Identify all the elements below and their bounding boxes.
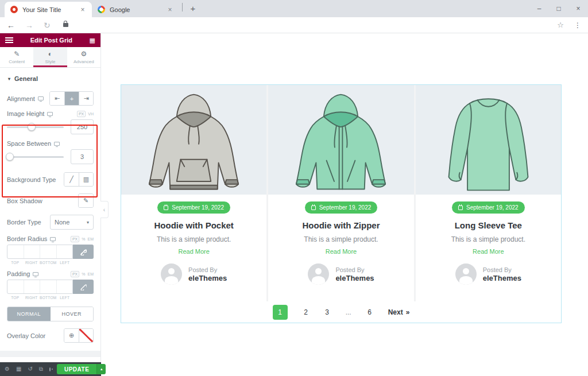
unit-px[interactable]: PX [77,111,86,117]
border-radius-top-input[interactable] [7,245,24,258]
browser-toolbar: ← → ↻ ☆ ⋮ [0,17,588,33]
responsive-monitor-icon[interactable] [50,237,56,241]
slider-thumb[interactable] [6,153,14,161]
link-values-button[interactable] [73,280,94,294]
border-radius-bottom-input[interactable] [40,245,57,258]
apps-grid-icon[interactable]: ▦ [90,37,95,44]
history-icon[interactable]: ↺ [28,366,32,372]
unit-em[interactable]: EM [88,272,94,276]
padding-bottom-input[interactable] [40,280,57,293]
link-values-button[interactable] [73,245,94,259]
post-image[interactable] [268,85,413,195]
space-between-slider[interactable] [7,156,64,158]
read-more-link[interactable]: Read More [268,248,413,255]
state-tab-hover[interactable]: HOVER [51,307,94,321]
post-card[interactable]: September 19, 2022 Hoodie with Zipper Th… [268,85,413,301]
slider-thumb[interactable] [28,123,36,131]
reload-icon[interactable]: ↻ [44,21,51,30]
responsive-monitor-icon[interactable] [38,96,44,100]
preview-eye-icon[interactable] [49,367,51,371]
hoodie-with-pocket-illustration [132,90,256,195]
align-right-button[interactable]: ⇥ [79,92,93,105]
pagination-page-3[interactable]: 3 [324,308,330,316]
browser-menu-icon[interactable]: ⋮ [574,21,581,29]
calendar-icon [164,206,168,210]
navigator-icon[interactable]: ▦ [16,366,21,372]
responsive-monitor-icon[interactable] [54,142,60,146]
browser-tab-google[interactable]: Google × [92,2,179,17]
update-button[interactable]: UPDATE [57,364,96,374]
tab-close-icon[interactable]: × [78,5,87,14]
read-more-link[interactable]: Read More [121,248,266,255]
read-more-link[interactable]: Read More [416,248,561,255]
link-icon [80,284,87,290]
border-radius-right-input[interactable] [24,245,41,258]
update-options-caret-icon[interactable]: ▴ [96,364,106,374]
pagination-page-2[interactable]: 2 [303,308,309,316]
date-badge[interactable]: September 19, 2022 [157,201,230,214]
hamburger-menu-icon[interactable] [5,40,13,41]
post-title[interactable]: Hoodie with Zipper [268,220,413,230]
color-picker-none-icon[interactable] [79,329,93,342]
section-general[interactable]: ▾ General [0,68,100,87]
space-between-input[interactable]: 3 [71,149,94,164]
align-left-button[interactable]: ⇤ [50,92,64,105]
maximize-button[interactable]: □ [549,0,568,17]
minimize-button[interactable]: – [529,0,549,17]
responsive-monitor-icon[interactable] [33,272,38,276]
state-tab-normal[interactable]: NORMAL [7,307,51,321]
gradient-icon[interactable]: ▥ [79,173,93,186]
responsive-monitor-icon[interactable] [47,112,53,116]
author-name[interactable]: eleThemes [483,274,521,282]
post-excerpt: This is a simple product. [416,235,561,243]
tab-content[interactable]: ✎ Content [0,47,33,67]
settings-gear-icon[interactable]: ⚙ [5,366,10,372]
close-button[interactable]: × [568,0,588,17]
author-name[interactable]: eleThemes [335,274,374,282]
image-height-input[interactable]: 250 [71,119,94,134]
align-center-button[interactable]: + [64,92,79,105]
globe-icon[interactable]: ⊕ [64,329,79,342]
author-name[interactable]: eleThemes [188,274,227,282]
date-badge[interactable]: September 19, 2022 [305,201,378,214]
unit-px[interactable]: PX [71,271,79,277]
border-radius-left-input[interactable] [57,245,73,258]
post-card[interactable]: September 19, 2022 Hoodie with Pocket Th… [121,85,266,301]
unit-vh[interactable]: VH [88,112,94,116]
forward-icon[interactable]: → [25,21,33,30]
space-between-label: Space Between [7,140,51,147]
post-title[interactable]: Long Sleeve Tee [416,220,561,230]
pagination-page-1[interactable]: 1 [273,305,288,320]
panel-collapse-arrow[interactable]: ‹ [100,201,109,218]
back-icon[interactable]: ← [7,21,15,30]
post-title[interactable]: Hoodie with Pocket [121,220,266,230]
bookmark-star-icon[interactable]: ☆ [557,21,564,29]
unit-px[interactable]: PX [71,236,79,242]
date-badge[interactable]: September 19, 2022 [452,201,525,214]
image-height-slider[interactable] [7,126,64,128]
padding-right-input[interactable] [24,280,41,293]
browser-tab-site[interactable]: Your Site Title × [5,2,92,17]
post-image[interactable] [121,85,266,195]
site-favicon-icon [10,6,18,13]
pagination-next-link[interactable]: Next » [388,308,410,316]
unit-percent[interactable]: % [82,237,85,241]
unit-em[interactable]: EM [88,237,94,241]
padding-left-input[interactable] [57,280,73,293]
tab-style[interactable]: ◐ Style [33,47,67,67]
responsive-mode-icon[interactable]: ⧉ [39,366,43,372]
tab-close-icon[interactable]: × [165,5,175,14]
brush-icon[interactable]: ╱ [64,173,79,186]
border-type-select[interactable]: None ▾ [50,215,94,230]
post-grid-section[interactable]: September 19, 2022 Hoodie with Pocket Th… [121,84,562,323]
tab-advanced[interactable]: ⚙ Advanced [67,47,100,67]
new-tab-button[interactable]: + [185,1,200,15]
pagination-page-6[interactable]: 6 [367,308,373,316]
post-image[interactable] [416,85,561,195]
post-card[interactable]: September 19, 2022 Long Sleeve Tee This … [416,85,561,301]
unit-percent[interactable]: % [82,272,85,276]
background-type-label: Background Type [7,176,56,183]
edit-pencil-icon[interactable]: ✎ [79,194,93,207]
padding-top-input[interactable] [7,280,24,293]
link-icon [80,249,87,255]
